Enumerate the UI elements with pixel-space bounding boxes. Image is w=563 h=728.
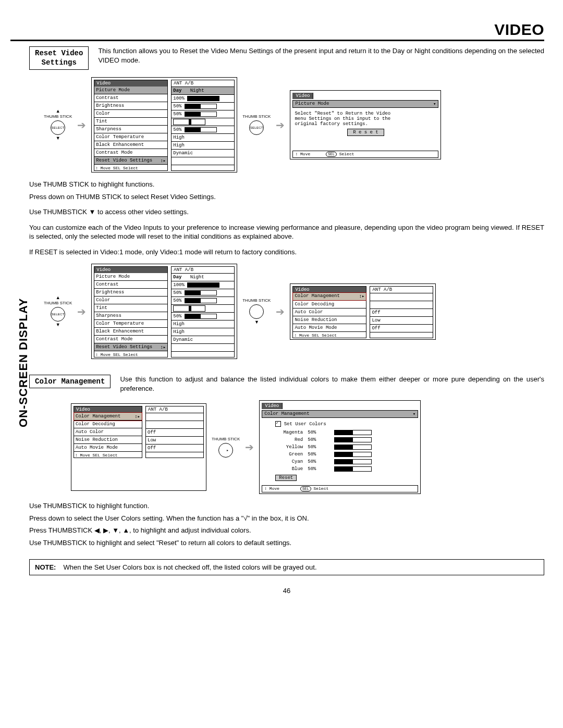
instruction-text: Press THUMBSTICK ◀, ▶, ▼, ▲, to highligh… <box>29 526 544 535</box>
instruction-text: You can customize each of the Video Inpu… <box>29 223 544 241</box>
side-section-label: ON-SCREEN DISPLAY <box>17 298 30 427</box>
flow-arrow-icon: ➔ <box>77 119 86 131</box>
instruction-text: Press down to select the User Colors set… <box>29 514 544 523</box>
osd-video-menu-c: Video Picture Mode Contrast Brightness C… <box>91 264 237 359</box>
thumbstick-graphic: THUMB STICK ▸ <box>212 437 240 458</box>
reset-video-line1: Reset Video <box>35 49 83 57</box>
thumbstick-label: THUMB STICK <box>44 115 72 119</box>
page-number: 46 <box>29 587 544 595</box>
reset-video-line2: Settings <box>42 58 77 67</box>
color-management-description: Use this function to adjust and balance … <box>120 375 544 393</box>
set-user-colors-checkbox[interactable] <box>275 421 281 427</box>
osd-video-submenu-e: Video Color Management↕▸ Color Decoding … <box>71 403 206 491</box>
flow-arrow-icon: ➔ <box>276 119 285 131</box>
instruction-text: Use THUMBSTICK to highlight function. <box>29 501 544 511</box>
page-title: VIDEO <box>10 21 544 39</box>
instruction-text: Use THUMBSTICK to highlight and select "… <box>29 538 544 548</box>
instruction-text: Press down on THUMB STICK to select Rese… <box>29 192 544 202</box>
reset-video-settings-box: Reset Video Settings <box>29 46 89 70</box>
reset-button[interactable]: R e s e t <box>347 129 384 136</box>
thumbstick-graphic: ▲ THUMB STICK SELECT ▼ <box>44 109 72 141</box>
page-header: VIDEO <box>10 21 544 41</box>
arrow-down-icon: ▼ <box>56 136 60 141</box>
arrow-up-icon: ▲ <box>56 109 60 114</box>
note-label: NOTE: <box>35 563 56 571</box>
reset-msg-line2: menu Settings on this input to the <box>295 116 436 121</box>
flow-arrow-icon: ➔ <box>245 441 254 453</box>
instruction-text: Use THUMBSTICK ▼ to access other video s… <box>29 207 544 217</box>
flow-arrow-icon: ➔ <box>276 305 285 318</box>
instruction-text: If RESET is selected in Video:1 mode, on… <box>29 248 544 257</box>
osd-video-menu-a: Video Picture Mode Contrast Brightness C… <box>91 77 237 172</box>
set-user-colors-label: Set User Colors <box>284 422 326 427</box>
color-management-box: Color Management <box>29 375 111 388</box>
reset-colors-button[interactable]: Reset <box>275 475 297 481</box>
note-text: When the Set User Colors box is not chec… <box>63 563 316 571</box>
note-box: NOTE: When the Set User Colors box is no… <box>29 559 544 575</box>
thumbstick-graphic: THUMB STICK ▼ <box>242 299 271 325</box>
reset-video-description: This function allows you to Reset the Vi… <box>98 46 544 65</box>
osd-tab-video: Video <box>94 80 167 87</box>
osd-reset-dialog: Video Picture Mode▾ Select "Reset" to Re… <box>290 90 441 159</box>
osd-color-management: Video Color Management▾ Set User Colors … <box>259 400 421 494</box>
osd-video-submenu-d: Video Color Management↕▸ Color Decoding … <box>290 283 436 340</box>
osd-tab-ant: ANT A/B <box>172 80 234 87</box>
osd-tab-video: Video <box>292 93 313 99</box>
reset-msg-line3: original factory settings. <box>295 121 436 127</box>
instruction-text: Use THUMB STICK to highlight functions. <box>29 180 544 189</box>
reset-msg-line1: Select "Reset" to Return the Video <box>295 111 436 116</box>
select-circle: SELECT <box>249 120 264 135</box>
thumbstick-graphic: ▲ THUMB STICK SELECT ▼ <box>44 295 72 327</box>
flow-arrow-icon: ➔ <box>77 305 86 318</box>
select-circle: SELECT <box>51 120 65 135</box>
thumbstick-graphic-2: THUMB STICK SELECT <box>242 115 271 135</box>
